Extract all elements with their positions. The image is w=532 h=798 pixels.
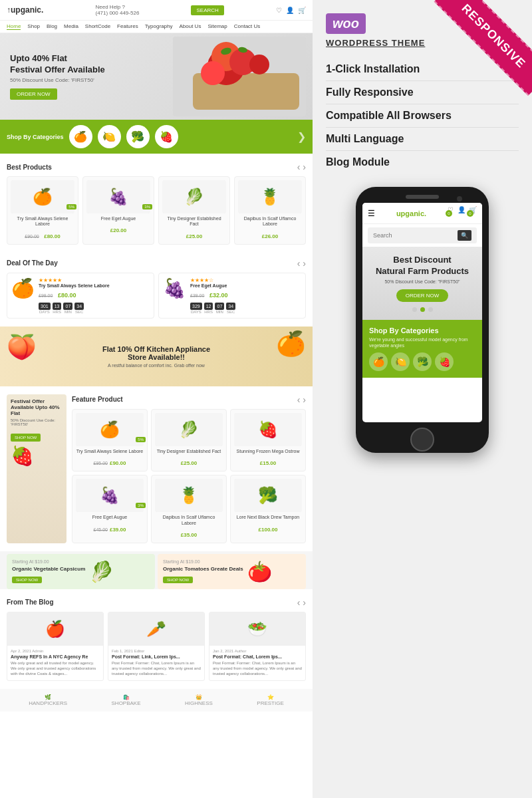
phone-search-bar[interactable]: 🔍	[368, 227, 477, 243]
header-contact: Need Help ? (471) 000 449-526	[96, 4, 140, 16]
deal-nav[interactable]: ‹ ›	[297, 258, 306, 269]
blog-card: 🥗 Jan 2, 2021 Author Post Format: Chat, …	[209, 612, 306, 681]
feature-sidebar-btn[interactable]: SHOP NOW	[11, 434, 41, 442]
phone-logo: upganic.	[396, 209, 426, 217]
promo-banner: 🍑 Flat 10% Off Kitchen Appliance Store A…	[0, 327, 313, 386]
deal-section: Deal Of The Day ‹ › 🍊 ★★★★★ Try Small Al…	[0, 253, 313, 324]
nav-typography[interactable]: Typography	[145, 23, 173, 30]
hamburger-icon[interactable]: ☰	[368, 209, 375, 218]
product-pricing: £20.00	[86, 223, 150, 235]
phone-hero-discount: 50% Discount Use Code: "FIRST50"	[369, 279, 475, 284]
phone-user-icon[interactable]: 👤	[458, 206, 466, 220]
phone-cat-icon[interactable]: 🍋	[391, 352, 410, 371]
blog-card: 🥕 Feb 1, 2021 Editor Post Format: Link, …	[108, 612, 205, 681]
veg-banner-section: Starting At $19.00 Organic Vegetable Cap…	[0, 551, 313, 589]
product-price: £39.00	[110, 527, 126, 533]
cat-item-broccoli[interactable]: 🥦	[126, 125, 150, 148]
promo-fruit-left: 🍑	[7, 333, 37, 361]
phone-carousel-dots	[369, 307, 475, 312]
nav-shortcode[interactable]: ShortCode	[85, 23, 110, 30]
carousel-dot-active[interactable]	[420, 307, 425, 312]
product-card: 🍍 Dapibus In Scalf Uflamco Labore £26.00	[234, 176, 306, 245]
nav-media[interactable]: Media	[64, 23, 78, 30]
veg-shop-btn[interactable]: SHOP NOW	[12, 577, 42, 583]
carousel-dot[interactable]	[412, 307, 417, 312]
nav-sitemap[interactable]: Sitemap	[207, 23, 227, 30]
phone-home-button[interactable]	[410, 428, 434, 452]
product-image: 🍓	[234, 413, 302, 446]
user-icon[interactable]: 👤	[286, 7, 294, 14]
hero-text: Upto 40% FlatFestival Offer Available 50…	[10, 53, 105, 100]
phone-search-input[interactable]	[373, 232, 458, 239]
feature-products-grid: Feature Product ‹ › 🍊 5% Try Small Alway…	[72, 394, 306, 543]
feature-sidebar-subtitle: 50% Discount Use Code: 'FIRST50'	[11, 418, 63, 426]
categories-arrow[interactable]: ❯	[297, 130, 306, 143]
deal-info: ★★★★★ Try Small Always Selene Labore £98…	[39, 277, 110, 314]
deal-timer: 301 DAYS 13 HRS 07 MIN 34	[39, 303, 110, 314]
carousel-dot[interactable]	[428, 307, 433, 312]
phone-cat-icon[interactable]: 🍊	[369, 352, 388, 371]
categories-bar: Shop By Categories 🍊 🍋 🥦 🍓 ❯	[0, 120, 313, 154]
cart-icon[interactable]: 🛒	[298, 7, 306, 14]
footer-logo: 👑HIGHNESS	[185, 694, 213, 706]
nav-about[interactable]: About Us	[179, 23, 201, 30]
categories-title: Shop By Categories	[7, 134, 64, 140]
phone-cat-icon[interactable]: 🍓	[435, 352, 454, 371]
blog-excerpt: Post Format: Former: Chat, Lorem Ipsum i…	[112, 661, 201, 676]
phone-cat-icon[interactable]: 🥦	[413, 352, 432, 371]
phone-camera	[457, 196, 462, 201]
feature-item-language: Multi Language	[326, 128, 519, 151]
deal-old-price: £98.00	[39, 293, 53, 298]
blog-excerpt: We only great and all trusted for model …	[11, 661, 100, 676]
products-nav[interactable]: ‹ ›	[297, 162, 306, 172]
blog-post-title: Anyway REFS In A NYC Agency Re	[11, 654, 100, 660]
deal-stars: ★★★★★	[39, 277, 110, 283]
hero-cta-button[interactable]: ORDER NOW	[10, 88, 57, 100]
feature-nav[interactable]: ‹ ›	[297, 394, 306, 405]
deal-pricing: £98.00 £80.00	[39, 288, 110, 300]
timer-mins: 07 MIN	[215, 303, 224, 314]
phone-cart-icon[interactable]: 🛒 0	[469, 206, 477, 220]
nav-contact[interactable]: Contact Us	[234, 23, 261, 30]
phone-categories-icons: 🍊 🍋 🥦 🍓	[369, 352, 475, 371]
nav-blog[interactable]: Blog	[47, 23, 57, 30]
product-card: 🍊 5% Try Small Always Selene Labore £90.…	[7, 176, 78, 245]
promo-title: Flat 10% Off Kitchen Appliance Store Ava…	[102, 345, 210, 361]
product-name: Try Small Always Selene Labore	[76, 449, 144, 454]
product-image: 🍊	[76, 413, 144, 446]
cat-item-strawberry[interactable]: 🍓	[155, 125, 178, 148]
product-image: 🥦	[234, 479, 302, 512]
phone-hero: Best Discount Natural Farm Products 50% …	[362, 247, 482, 320]
blog-content: Jan 2, 2021 Author Post Format: Chat, Lo…	[209, 646, 305, 680]
feature-item-blog: Blog Module	[326, 151, 519, 174]
veg-shop-btn[interactable]: SHOP NOW	[163, 577, 193, 583]
phone-hero-btn[interactable]: ORDER NOW	[396, 289, 449, 302]
search-button[interactable]: SEARCH	[191, 5, 223, 15]
product-old-price: £45.00	[94, 527, 108, 532]
veg-banner-card-capsicum: Starting At $19.00 Organic Vegetable Cap…	[7, 554, 155, 589]
phone-outer: ☰ upganic. ♡ 0 👤 🛒 0	[356, 187, 489, 453]
nav-shop[interactable]: Shop	[27, 23, 40, 30]
product-card: 🍊 5% Try Small Always Selene Labore £95.…	[72, 409, 148, 471]
blog-date: Jan 2, 2021 Author	[213, 649, 302, 653]
cat-item-orange[interactable]: 🍊	[69, 125, 92, 148]
hero-banner: Upto 40% FlatFestival Offer Available 50…	[0, 33, 313, 120]
deal-name: Free Eget Augue	[190, 283, 235, 288]
blog-nav[interactable]: ‹ ›	[297, 597, 306, 608]
timer-mins: 07 MIN	[63, 303, 72, 314]
footer-logo: 🌿HANDPICKERS	[29, 694, 67, 706]
cat-item-lemon[interactable]: 🍋	[98, 125, 121, 148]
svg-point-7	[249, 55, 269, 74]
deal-price: £32.00	[209, 292, 228, 299]
website-preview: ↑upganic. Need Help ? (471) 000 449-526 …	[0, 0, 313, 798]
nav-home[interactable]: Home	[7, 23, 21, 30]
phone-wishlist-icon[interactable]: ♡ 0	[448, 206, 454, 220]
product-old-price: £95.00	[94, 461, 108, 466]
nav-features[interactable]: Features	[117, 23, 138, 30]
phone-search-button[interactable]: 🔍	[458, 230, 471, 241]
wishlist-icon[interactable]: ♡	[276, 7, 282, 14]
deal-image: 🍇	[163, 277, 186, 314]
hero-image	[173, 37, 306, 116]
veg-title: Organic Tomatoes Greate Deals	[163, 566, 243, 572]
product-card: 🥬 Tiny Designer Established Fact £25.00	[151, 409, 227, 471]
